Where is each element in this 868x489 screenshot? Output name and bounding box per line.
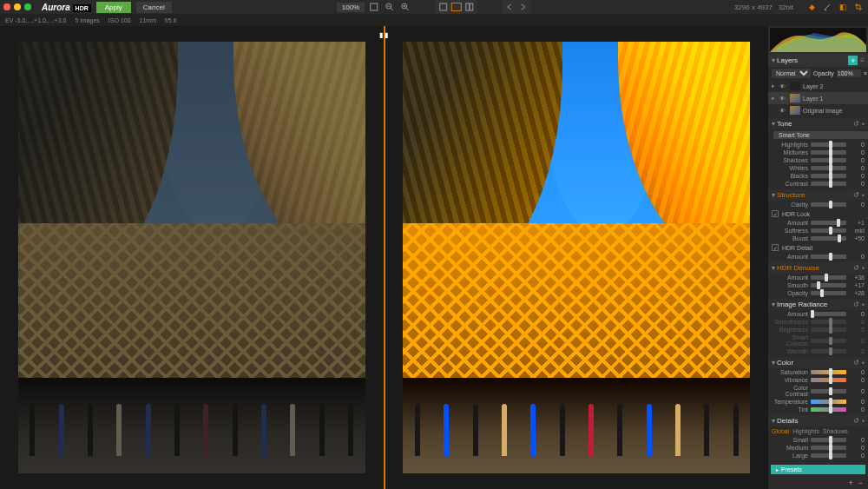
hdrlook-boost-slider[interactable]: Boost+50 [768, 235, 868, 242]
vibrance-slider[interactable]: Vibrance0 [768, 376, 868, 384]
layer-caret-icon[interactable]: ▸ [772, 95, 777, 102]
zoom-level[interactable]: 100% [337, 3, 365, 12]
layer-caret-icon[interactable]: ▸ [772, 83, 777, 89]
whites-slider[interactable]: Whites0 [768, 164, 868, 172]
denoise-opacity-slider[interactable]: Opacity+28 [768, 289, 868, 297]
fit-icon[interactable] [368, 1, 380, 13]
radiance-amount-slider[interactable]: Amount0 [768, 310, 868, 318]
undo-icon[interactable] [503, 1, 516, 13]
radiance-reset-icon[interactable]: ↺ [853, 301, 859, 308]
svg-rect-10 [470, 3, 473, 10]
layer-visibility-icon[interactable]: 👁 [779, 83, 787, 89]
blacks-slider[interactable]: Blacks0 [768, 172, 868, 180]
structure-reset-icon[interactable]: ↺ [853, 191, 859, 199]
layer-row[interactable]: ▸👁Layer 2 [768, 80, 868, 92]
colorcontrast-slider[interactable]: Color Contrast0 [768, 384, 868, 398]
presets-button[interactable]: Presets [771, 465, 865, 474]
gradient-icon[interactable]: ◧ [837, 1, 849, 13]
details-small-slider[interactable]: Small0 [768, 436, 868, 444]
hdrlook-amount-slider[interactable]: Amount+1 [768, 219, 868, 227]
zoom-in-icon[interactable] [399, 1, 411, 13]
layers-header: ▾ Layers + ≡ [768, 54, 868, 67]
radiance-header[interactable]: ▾Image Radiance ↺ ▪ [768, 299, 868, 310]
before-after-icon[interactable] [464, 1, 476, 13]
temperature-slider[interactable]: Temperature0 [768, 398, 868, 406]
tone-header[interactable]: ▾Tone ↺ ▪ [768, 118, 868, 129]
layer-thumb [790, 82, 800, 90]
layer-opacity-input[interactable] [837, 69, 861, 77]
color-reset-icon[interactable]: ↺ [853, 359, 859, 367]
layer-name: Layer 1 [803, 96, 823, 102]
panel-footer: + − [768, 477, 868, 489]
minimize-window-icon[interactable] [14, 3, 21, 10]
cancel-button[interactable]: Cancel [136, 2, 172, 13]
viewer-before [0, 26, 384, 489]
histogram[interactable] [770, 28, 866, 52]
details-header[interactable]: ▾Details ↺ ▪ [768, 415, 868, 426]
zoom-out-icon[interactable] [384, 1, 396, 13]
opacity-menu-icon[interactable]: ≡ [864, 70, 867, 76]
layer-visibility-icon[interactable]: 👁 [779, 96, 787, 102]
footer-add-icon[interactable]: + [848, 479, 852, 487]
denoise-toggle-icon[interactable]: ▪ [862, 264, 865, 272]
opacity-label: Opacity [813, 70, 834, 76]
highlights-slider[interactable]: Highlights0 [768, 141, 868, 149]
brush-icon[interactable] [821, 1, 833, 13]
focal-info: 11mm [140, 17, 156, 23]
tab-shadows[interactable]: Shadows [823, 428, 848, 434]
details-medium-slider[interactable]: Medium0 [768, 444, 868, 452]
blend-mode-select[interactable]: Normal [772, 69, 811, 78]
color-toggle-icon[interactable]: ▪ [862, 359, 865, 367]
window-controls [3, 3, 31, 10]
denoise-amount-slider[interactable]: Amount+38 [768, 274, 868, 281]
hdrdetail-amount-slider[interactable]: Amount0 [768, 253, 868, 261]
compare-handle-icon[interactable]: ▮▮ [379, 31, 390, 39]
hdr-detail-checkbox[interactable]: ✓HDR Detail [768, 242, 868, 253]
denoise-smooth-slider[interactable]: Smooth+17 [768, 281, 868, 289]
hdrlook-softness-slider[interactable]: Softnessmid [768, 227, 868, 235]
details-toggle-icon[interactable]: ▪ [862, 417, 865, 425]
denoise-header[interactable]: ▾HDR Denoise ↺ ▪ [768, 262, 868, 274]
close-window-icon[interactable] [3, 3, 10, 10]
footer-remove-icon[interactable]: − [858, 479, 863, 487]
before-image [18, 42, 365, 472]
crop-icon[interactable] [852, 1, 865, 13]
tone-reset-icon[interactable]: ↺ [853, 120, 859, 128]
shadows-slider[interactable]: Shadows0 [768, 156, 868, 164]
layer-visibility-icon[interactable]: 👁 [779, 108, 787, 114]
color-header[interactable]: ▾Color ↺ ▪ [768, 357, 868, 368]
image-count: 5 images [75, 17, 99, 23]
svg-rect-9 [466, 3, 470, 10]
image-dimensions: 3296 x 4937 32bit [734, 3, 793, 11]
image-viewer[interactable]: ▮▮ [0, 26, 768, 489]
layer-name: Original Image [803, 108, 843, 114]
eyedropper-icon[interactable]: ◆ [806, 1, 818, 13]
contrast-slider[interactable]: Contrast0 [768, 180, 868, 188]
tab-global[interactable]: Global [772, 428, 789, 434]
add-layer-button[interactable]: + [848, 56, 858, 65]
details-large-slider[interactable]: Large0 [768, 452, 868, 459]
apply-button[interactable]: Apply [96, 2, 131, 13]
structure-header[interactable]: ▾Structure ↺ ▪ [768, 189, 868, 201]
saturation-slider[interactable]: Saturation0 [768, 368, 868, 376]
smart-tone-button[interactable]: Smart Tone [773, 131, 868, 139]
midtones-slider[interactable]: Midtones0 [768, 149, 868, 156]
single-view-icon[interactable] [437, 1, 450, 13]
svg-line-2 [391, 8, 393, 10]
maximize-window-icon[interactable] [24, 3, 31, 10]
layers-menu-icon[interactable]: ≡ [860, 56, 865, 64]
layer-row[interactable]: ▸👁Layer 1 [768, 92, 868, 104]
details-reset-icon[interactable]: ↺ [853, 417, 859, 425]
tab-highlights[interactable]: Highlights [792, 428, 819, 434]
radiance-toggle-icon[interactable]: ▪ [862, 301, 865, 308]
tint-slider[interactable]: Tint0 [768, 406, 868, 413]
structure-toggle-icon[interactable]: ▪ [862, 191, 865, 199]
clarity-slider[interactable]: Clarity0 [768, 201, 868, 208]
redo-icon[interactable] [517, 1, 529, 13]
denoise-reset-icon[interactable]: ↺ [853, 264, 859, 272]
iso-info: ISO 100 [108, 17, 131, 23]
compare-view-icon[interactable] [451, 3, 462, 11]
layer-row[interactable]: 👁Original Image [768, 104, 868, 116]
tone-toggle-icon[interactable]: ▪ [862, 120, 865, 128]
hdr-look-checkbox[interactable]: ✓HDR Look [768, 208, 868, 219]
